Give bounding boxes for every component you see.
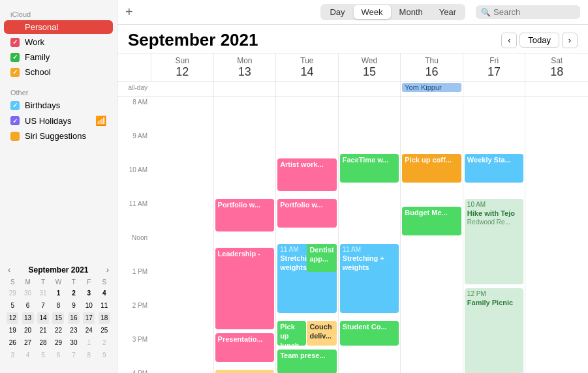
mini-cal-day[interactable]: 26 xyxy=(7,337,18,349)
event-artistwork-tue[interactable]: Artist work... xyxy=(277,158,337,191)
time-label-9am: 9 AM xyxy=(117,131,151,165)
search-box[interactable]: 🔍 xyxy=(476,5,580,19)
mini-cal-day[interactable]: 4 xyxy=(99,288,110,299)
event-hiketejo-sat[interactable]: 10 AM Hike with Tejo Redwood Re... xyxy=(465,199,524,284)
time-label-2pm: 2 PM xyxy=(117,301,151,335)
mini-cal-day[interactable]: 5 xyxy=(37,350,49,361)
allday-event[interactable]: Yom Kippur xyxy=(402,83,461,92)
personal-checkbox[interactable] xyxy=(10,23,20,32)
mini-cal-day[interactable]: 6 xyxy=(52,350,64,361)
sidebar-item-siri[interactable]: Siri Suggestions xyxy=(4,129,113,143)
mini-cal-day[interactable]: 1 xyxy=(52,288,64,299)
allday-row: all-day Yom Kippur xyxy=(117,82,588,97)
event-stretching-wed[interactable]: 11 AM Stretching + weights xyxy=(340,244,399,313)
mini-cal-day[interactable]: 27 xyxy=(22,337,34,349)
mini-cal-day[interactable]: 30 xyxy=(22,288,34,299)
cal-prev-button[interactable]: ‹ xyxy=(501,33,517,48)
search-input[interactable] xyxy=(493,7,578,17)
mini-cal-day[interactable]: 28 xyxy=(37,337,49,349)
event-budgetme-thu[interactable]: Budget Me... xyxy=(402,207,461,235)
mini-cal-day[interactable]: 31 xyxy=(37,288,49,299)
event-keynote-mon[interactable]: Keynote by... xyxy=(215,370,275,373)
siri-checkbox[interactable] xyxy=(10,132,20,141)
mini-cal-day[interactable]: 4 xyxy=(22,350,34,361)
event-weeklysta-sat[interactable]: Weekly Sta... xyxy=(465,154,524,183)
event-familypicnic-sat[interactable]: 12 PM Family Picnic xyxy=(465,288,524,373)
sidebar-item-us-holidays[interactable]: US Holidays 📶 xyxy=(4,113,113,128)
mini-cal-day[interactable]: 25 xyxy=(99,325,110,336)
sidebar-item-personal[interactable]: Personal xyxy=(4,20,113,34)
event-couchdeliv-tue[interactable]: Couch deliv... xyxy=(307,321,336,345)
event-leadership-mon[interactable]: Leadership - xyxy=(215,248,275,329)
mini-cal-day[interactable]: 10 xyxy=(83,300,95,312)
school-checkbox[interactable] xyxy=(10,68,20,77)
mini-cal-prev[interactable]: ‹ xyxy=(5,265,13,275)
mini-cal-day[interactable]: 3 xyxy=(83,288,95,299)
mini-cal-day[interactable]: 3 xyxy=(7,350,18,361)
event-picklunch-tue[interactable]: Pick up lunch xyxy=(277,321,305,345)
mini-cal-day[interactable]: 29 xyxy=(7,288,18,299)
mini-cal-day[interactable]: 14 xyxy=(37,312,49,324)
mini-cal-day[interactable]: 7 xyxy=(68,350,80,361)
mini-cal-day[interactable]: 8 xyxy=(83,350,95,361)
add-event-button[interactable]: + xyxy=(125,5,133,20)
mini-cal-day[interactable]: 6 xyxy=(22,300,34,312)
event-dentist-tue[interactable]: Dentist app... xyxy=(307,244,336,273)
day-header-thu: Thu 16 xyxy=(401,53,463,81)
cal-next-button[interactable]: › xyxy=(562,33,578,48)
mini-cal-day[interactable]: 21 xyxy=(37,325,49,336)
family-checkbox[interactable] xyxy=(10,53,20,62)
mini-cal-next[interactable]: › xyxy=(104,265,112,275)
mini-cal-day[interactable]: 23 xyxy=(68,325,80,336)
day-col-tue: Artist work... Portfolio w... 11 AM Stre… xyxy=(276,97,339,373)
sidebar-item-birthdays[interactable]: Birthdays xyxy=(4,98,113,112)
mini-cal-day[interactable]: 5 xyxy=(7,300,18,312)
event-pickcoffee-thu[interactable]: Pick up coff... xyxy=(402,154,461,183)
mini-cal-day[interactable]: 11 xyxy=(99,300,110,312)
mini-cal-day-header: W xyxy=(51,277,65,287)
mini-cal-day[interactable]: 24 xyxy=(83,325,95,336)
mini-cal-day[interactable]: 7 xyxy=(37,300,49,312)
day-number: 17 xyxy=(465,65,524,79)
view-month-button[interactable]: Month xyxy=(392,5,431,19)
today-button[interactable]: Today xyxy=(519,33,559,48)
sidebar: iCloud Personal Work Family School Other… xyxy=(0,0,117,373)
mini-cal-day[interactable]: 2 xyxy=(99,337,110,349)
mini-cal-day[interactable]: 29 xyxy=(52,337,64,349)
topbar: + Day Week Month Year 🔍 xyxy=(117,0,588,25)
sidebar-item-family[interactable]: Family xyxy=(4,50,113,64)
view-year-button[interactable]: Year xyxy=(431,5,464,19)
mini-cal-day-header: M xyxy=(20,277,35,287)
other-label: Other xyxy=(0,85,117,98)
mini-cal-day[interactable]: 20 xyxy=(22,325,34,336)
mini-cal-day[interactable]: 12 xyxy=(7,312,18,324)
mini-cal-day[interactable]: 8 xyxy=(52,300,64,312)
mini-cal-day[interactable]: 30 xyxy=(68,337,80,349)
mini-cal-day-header: F xyxy=(82,277,96,287)
sidebar-item-work[interactable]: Work xyxy=(4,35,113,49)
event-presentation-mon[interactable]: Presentatio... xyxy=(215,333,275,362)
sidebar-item-school[interactable]: School xyxy=(4,65,113,79)
us-holidays-checkbox[interactable] xyxy=(10,116,20,125)
mini-cal-day[interactable]: 1 xyxy=(83,337,95,349)
mini-cal-day[interactable]: 15 xyxy=(52,312,64,324)
mini-cal-day[interactable]: 2 xyxy=(68,288,80,299)
mini-cal-day[interactable]: 9 xyxy=(99,350,110,361)
view-week-button[interactable]: Week xyxy=(354,5,391,19)
mini-cal-day[interactable]: 9 xyxy=(68,300,80,312)
birthdays-checkbox[interactable] xyxy=(10,101,20,110)
time-label-4pm: 4 PM xyxy=(117,368,151,373)
event-portfolio-mon[interactable]: Portfolio w... xyxy=(215,199,275,231)
event-portfolio-tue[interactable]: Portfolio w... xyxy=(277,199,337,228)
event-teamprese-tue[interactable]: Team prese... xyxy=(277,350,337,373)
mini-cal-day[interactable]: 17 xyxy=(83,312,95,324)
event-studentco-wed[interactable]: Student Co... xyxy=(340,321,399,345)
mini-cal-day[interactable]: 19 xyxy=(7,325,18,336)
mini-cal-day[interactable]: 16 xyxy=(68,312,80,324)
mini-cal-day[interactable]: 18 xyxy=(99,312,110,324)
mini-cal-day[interactable]: 22 xyxy=(52,325,64,336)
mini-cal-day[interactable]: 13 xyxy=(22,312,34,324)
event-facetime-wed[interactable]: FaceTime w... xyxy=(340,154,399,183)
view-day-button[interactable]: Day xyxy=(322,5,352,19)
work-checkbox[interactable] xyxy=(10,38,20,47)
